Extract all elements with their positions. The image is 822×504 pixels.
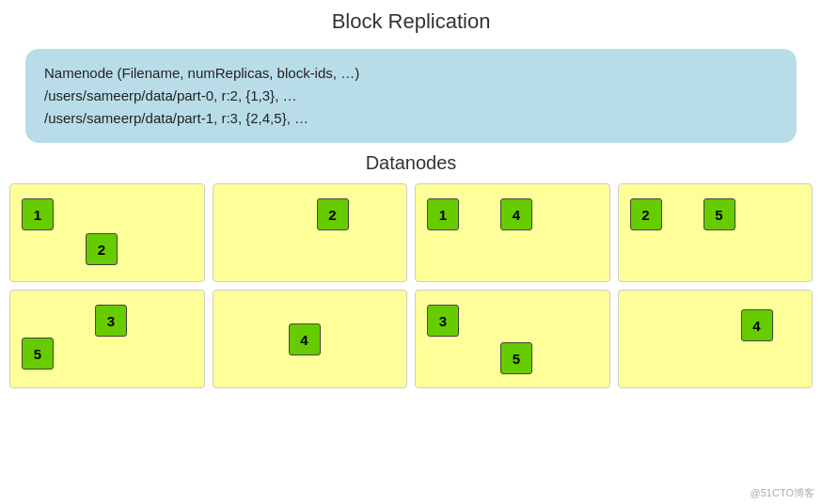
datanode-cell: 12	[9, 183, 205, 282]
datanode-cell: 4	[213, 290, 408, 388]
block-badge: 5	[22, 338, 54, 370]
block-badge: 2	[317, 198, 349, 230]
block-badge: 5	[703, 198, 735, 230]
datanode-cell: 4	[618, 290, 814, 388]
block-badge: 1	[427, 198, 459, 230]
block-badge: 5	[500, 342, 532, 374]
datanode-grid: 1221425534354	[9, 183, 813, 388]
block-badge: 3	[95, 305, 127, 337]
block-badge: 2	[630, 198, 662, 230]
namenode-line2: /users/sameerp/data/part-0, r:2, {1,3}, …	[44, 87, 296, 103]
datanode-cell: 53	[9, 290, 205, 388]
namenode-line1: Namenode (Filename, numReplicas, block-i…	[44, 65, 359, 81]
watermark: @51CTO博客	[751, 486, 814, 500]
block-badge: 4	[289, 323, 321, 355]
namenode-line3: /users/sameerp/data/part-1, r:3, {2,4,5}…	[44, 110, 308, 126]
block-badge: 2	[86, 233, 118, 265]
datanodes-title: Datanodes	[0, 152, 822, 174]
block-badge: 1	[22, 198, 54, 230]
datanode-cell: 14	[415, 183, 610, 282]
block-badge: 4	[500, 198, 532, 230]
datanode-cell: 35	[415, 290, 610, 388]
datanode-cell: 25	[618, 183, 814, 282]
namenode-box: Namenode (Filename, numReplicas, block-i…	[25, 49, 797, 143]
block-badge: 3	[427, 305, 459, 337]
block-badge: 4	[741, 309, 773, 341]
datanode-cell: 2	[213, 183, 408, 282]
page-title: Block Replication	[0, 0, 822, 41]
